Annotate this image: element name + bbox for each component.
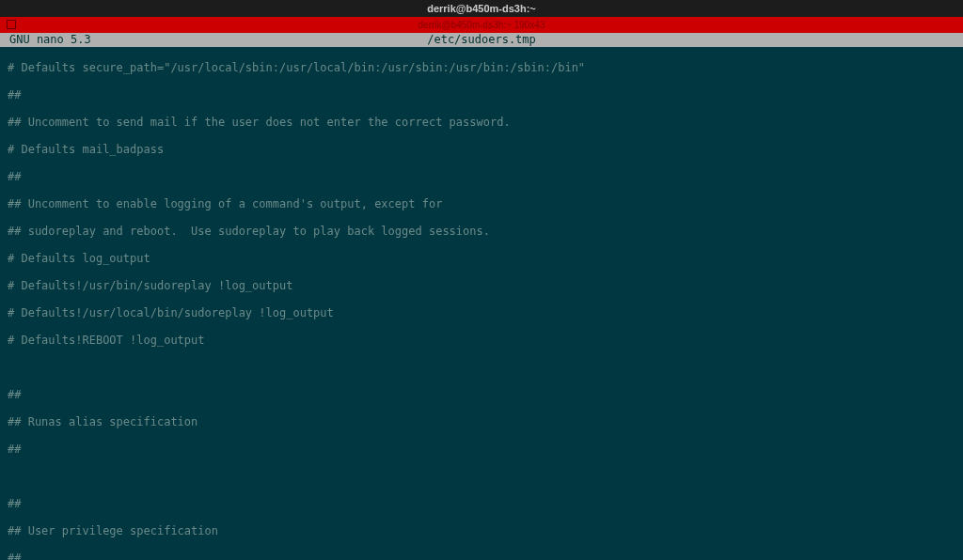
nano-filename: /etc/sudoers.tmp: [427, 33, 536, 47]
file-line: ##: [8, 497, 955, 511]
svg-rect-1: [8, 21, 15, 28]
file-line: ## Uncomment to send mail if the user do…: [8, 116, 955, 130]
file-line: # Defaults!REBOOT !log_output: [8, 334, 955, 348]
nano-header: GNU nano 5.3 /etc/sudoers.tmp: [0, 33, 963, 47]
nano-version: GNU nano 5.3: [9, 33, 91, 47]
file-line: # Defaults!/usr/bin/sudoreplay !log_outp…: [8, 279, 955, 293]
file-line: ## Runas alias specification: [8, 415, 955, 429]
file-line: ## sudoreplay and reboot. Use sudoreplay…: [8, 225, 955, 239]
file-line: ## User privilege specification: [8, 524, 955, 538]
tab-label: derrik@b450m-ds3h:~ 190x43: [418, 20, 545, 30]
terminal-tab-bar: derrik@b450m-ds3h:~ 190x43: [0, 17, 963, 33]
file-line: # Defaults log_output: [8, 252, 955, 266]
file-line: ##: [8, 552, 955, 561]
file-line: ##: [8, 170, 955, 184]
file-line: ## Uncomment to enable logging of a comm…: [8, 197, 955, 211]
file-line: ##: [8, 443, 955, 457]
file-line: [8, 470, 955, 484]
file-line: [8, 361, 955, 375]
window-title: derrik@b450m-ds3h:~: [427, 3, 536, 14]
file-line: # Defaults secure_path="/usr/local/sbin:…: [8, 61, 955, 75]
file-line: # Defaults mail_badpass: [8, 143, 955, 157]
tab-close-button[interactable]: [6, 19, 17, 30]
editor-content[interactable]: # Defaults secure_path="/usr/local/sbin:…: [0, 47, 963, 560]
close-icon: [7, 20, 16, 29]
file-line: ##: [8, 88, 955, 102]
file-line: # Defaults!/usr/local/bin/sudoreplay !lo…: [8, 306, 955, 320]
file-line: ##: [8, 388, 955, 402]
window-titlebar: derrik@b450m-ds3h:~: [0, 0, 963, 17]
